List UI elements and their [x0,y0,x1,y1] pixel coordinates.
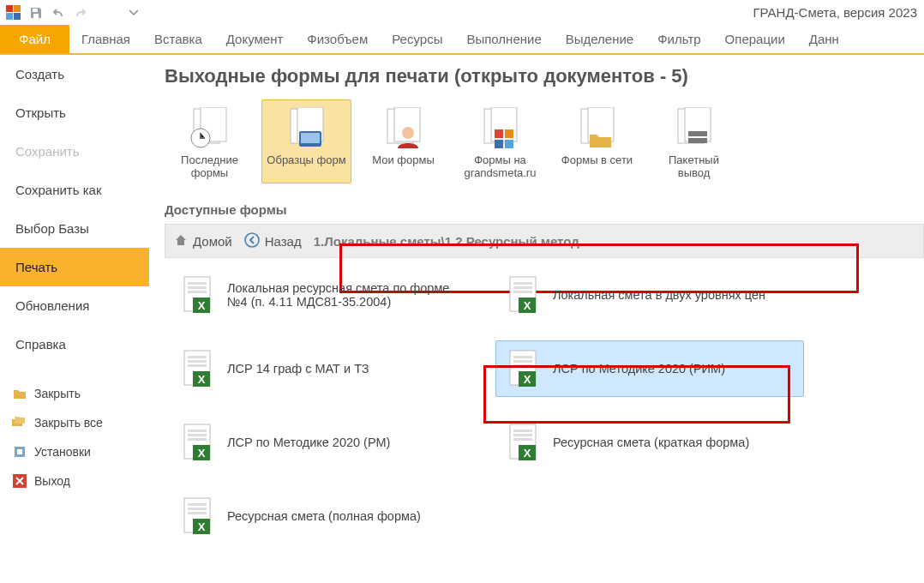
svg-rect-41 [513,291,532,293]
nav-help[interactable]: Справка [0,325,149,364]
svg-rect-0 [6,5,13,12]
path-bar: Домой Назад 1.Локальные сметы\1.2.Ресурс… [165,224,924,258]
excel-doc-icon: X [505,274,543,316]
form-label: ЛСР по Методике 2020 (РМ) [227,436,390,449]
svg-text:X: X [524,299,531,312]
svg-point-18 [402,127,414,139]
section-title: Доступные формы [165,202,924,217]
tab-resources[interactable]: Ресурсы [380,25,454,53]
form-label: ЛСР по Методике 2020 (РИМ) [553,362,725,376]
form-item[interactable]: X Ресурсная смета (полная форма) [170,488,478,544]
nav-close-all[interactable]: Закрыть все [0,408,149,437]
tile-batch-output[interactable]: Пакетный вывод [649,99,739,183]
nav-exit[interactable]: Выход [0,466,149,496]
svg-rect-70 [188,508,207,510]
nav-settings[interactable]: Установки [0,437,149,466]
form-item[interactable]: X ЛСР 14 граф с МАТ и ТЗ [170,340,478,397]
save-icon[interactable] [27,3,45,22]
ribbon-tabs: Файл Главная Вставка Документ Физобъем Р… [0,26,924,55]
svg-rect-39 [513,282,532,285]
excel-doc-icon: X [179,422,217,463]
svg-rect-46 [188,360,207,363]
tile-label: Формы в сети [561,153,633,166]
svg-rect-35 [188,291,207,293]
gear-icon [12,444,27,460]
backstage-nav: Создать Открыть Сохранить Сохранить как … [0,55,149,583]
svg-rect-4 [33,9,38,12]
form-item[interactable]: X ЛСР по Методике 2020 (РМ) [170,414,478,471]
app-title: ГРАНД-Смета, версия 2023 [753,5,917,20]
tab-execution[interactable]: Выполнение [454,25,553,53]
svg-text:X: X [524,373,531,386]
svg-rect-64 [513,434,532,436]
backstage-main: Выходные формы для печати (открыто докум… [149,55,924,583]
form-item[interactable]: X Ресурсная смета (краткая форма) [495,414,804,471]
tab-data[interactable]: Данн [797,25,851,53]
breadcrumb: 1.Локальные сметы\1.2.Ресурсный метод [314,234,915,249]
nav-open[interactable]: Открыть [0,93,149,132]
quick-access-toolbar: ГРАНД-Смета, версия 2023 [0,0,924,26]
svg-text:X: X [524,447,531,460]
tile-my-forms[interactable]: Мои формы [358,99,448,183]
nav-save-as[interactable]: Сохранить как [0,171,149,209]
svg-rect-57 [188,430,207,432]
nav-choose-base[interactable]: Выбор Базы [0,209,149,248]
svg-rect-23 [495,140,503,148]
svg-rect-21 [495,129,503,138]
form-item-selected[interactable]: X ЛСР по Методике 2020 (РИМ) [495,340,804,397]
home-icon [174,233,188,249]
svg-text:X: X [198,373,206,386]
form-item[interactable]: X Локальная смета в двух уровнях цен [495,267,804,323]
nav-create[interactable]: Создать [0,55,149,93]
svg-rect-45 [188,356,207,358]
tile-grandsmeta-forms[interactable]: Формы на grandsmeta.ru [455,99,545,183]
nav-close-label: Закрыть [34,387,81,400]
grid-page-icon [475,105,526,153]
home-button[interactable]: Домой [174,233,232,249]
svg-rect-3 [14,13,21,20]
nav-settings-label: Установки [34,445,91,459]
svg-rect-51 [513,356,532,358]
nav-print[interactable]: Печать [0,248,149,286]
undo-icon[interactable] [49,3,68,22]
form-label: Ресурсная смета (краткая форма) [553,436,749,449]
tile-label: Формы на grandsmeta.ru [458,153,543,179]
svg-rect-63 [513,430,532,432]
form-label: Локальная смета в двух уровнях цен [553,288,765,302]
tab-filter[interactable]: Фильтр [645,25,712,53]
svg-rect-24 [505,140,513,148]
svg-rect-22 [505,129,513,138]
tile-network-forms[interactable]: Формы в сети [552,99,642,183]
redo-icon[interactable] [71,3,90,22]
excel-doc-icon: X [179,274,217,316]
back-button[interactable]: Назад [244,232,302,250]
batch-page-icon [669,105,720,153]
nav-close[interactable]: Закрыть [0,379,149,408]
tab-document[interactable]: Документ [214,25,296,53]
back-label: Назад [265,234,302,249]
tab-insert[interactable]: Вставка [142,25,214,53]
excel-doc-icon: X [505,422,543,463]
tab-operations[interactable]: Операции [713,25,797,53]
tile-label: Пакетный вывод [651,153,736,179]
tile-recent-forms[interactable]: Последние формы [165,99,255,183]
svg-rect-1 [14,5,21,12]
svg-rect-65 [513,438,532,441]
back-icon [244,232,260,250]
tab-selection[interactable]: Выделение [554,25,645,53]
svg-text:X: X [198,520,206,533]
form-label: Ресурсная смета (полная форма) [227,509,421,523]
nav-updates[interactable]: Обновления [0,286,149,325]
tile-form-samples[interactable]: Образцы форм [261,99,351,183]
backstage: Создать Открыть Сохранить Сохранить как … [0,55,924,583]
tab-main[interactable]: Главная [69,25,142,53]
tab-fizobjem[interactable]: Физобъем [295,25,380,53]
form-item[interactable]: X Локальная ресурсная смета по форме №4 … [170,267,478,323]
monitor-page-icon [281,105,333,153]
nav-close-all-label: Закрыть все [34,416,103,430]
nav-save: Сохранить [0,132,149,171]
tab-file[interactable]: Файл [0,25,69,53]
home-label: Домой [193,234,232,249]
svg-rect-40 [513,286,532,289]
dropdown-icon[interactable] [124,3,143,22]
